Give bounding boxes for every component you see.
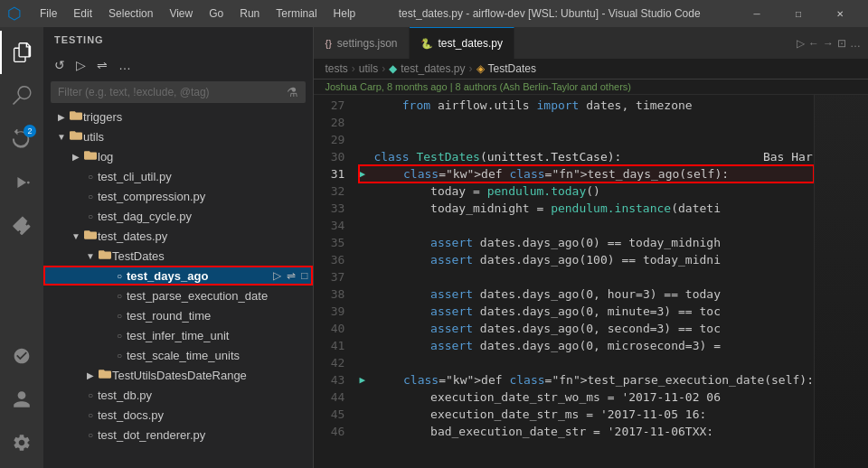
tree-item-test_round_time[interactable]: ○test_round_time xyxy=(43,305,313,325)
code-line-34 xyxy=(359,217,814,234)
tree-arrow-test_dates: ▼ xyxy=(69,231,83,241)
tree-item-utils[interactable]: ▼utils xyxy=(43,126,313,146)
source-control-activity-icon[interactable]: 2 xyxy=(0,117,43,161)
tree-icon-log xyxy=(83,149,98,164)
tab-settings-json[interactable]: {} settings.json xyxy=(314,27,409,59)
run-activity-icon[interactable] xyxy=(0,161,43,204)
tree-item-test_scale_time_units[interactable]: ○test_scale_time_units xyxy=(43,345,313,365)
tab-test-dates-py[interactable]: 🐍 test_dates.py xyxy=(410,27,514,59)
tree-item-test_dag_cycle[interactable]: ○test_dag_cycle.py xyxy=(43,206,313,226)
tree-icon-test_db: ○ xyxy=(83,390,98,400)
accounts-activity-icon[interactable] xyxy=(0,378,43,421)
tree-item-test_dates[interactable]: ▼test_dates.py xyxy=(43,226,313,246)
maximize-button[interactable]: □ xyxy=(778,0,819,27)
settings-activity-icon[interactable] xyxy=(0,421,43,464)
tree-icon-test_days_ago: ○ xyxy=(112,271,127,281)
tree-arrow-log: ▶ xyxy=(69,152,83,162)
activity-bar: 2 xyxy=(0,27,43,468)
menu-bar: ⬡ File Edit Selection View Go Run Termin… xyxy=(0,0,868,27)
menu-go[interactable]: Go xyxy=(202,5,231,22)
tab-actions: ▷ ← → ⊡ … xyxy=(789,37,868,50)
menu-selection[interactable]: Selection xyxy=(101,5,160,22)
code-line-46: bad_execution_date_str = '2017-11-06TXX: xyxy=(359,423,814,440)
code-line-45: execution_date_str_ms = '2017-11-05 16: xyxy=(359,406,814,423)
tree-icon-test_scale_time_units: ○ xyxy=(112,351,127,360)
tree-item-test_dot_renderer[interactable]: ○test_dot_renderer.py xyxy=(43,425,313,445)
menu-help[interactable]: Help xyxy=(326,5,363,22)
remote-activity-icon[interactable] xyxy=(0,334,43,378)
code-text-32: today = pendulum.today() xyxy=(373,183,599,200)
tree-item-test_infer_time_unit[interactable]: ○test_infer_time_unit xyxy=(43,325,313,345)
window-title: test_dates.py - airflow-dev [WSL: Ubuntu… xyxy=(364,7,734,20)
tree-label-test_scale_time_units: test_scale_time_units xyxy=(127,349,313,362)
tree-label-test_parse_execution_date: test_parse_execution_date xyxy=(127,289,313,303)
line-numbers: 2728293031323334353637383940414243444546 xyxy=(314,95,352,468)
test-dates-label: test_dates.py xyxy=(439,37,503,50)
tree-item-test_cli_util[interactable]: ○test_cli_util.py xyxy=(43,166,313,186)
tree-icon-test_docs: ○ xyxy=(83,410,98,420)
tree-action-2[interactable]: □ xyxy=(299,269,309,282)
tree-item-log[interactable]: ▶log xyxy=(43,146,313,166)
run-line-btn-31[interactable]: ▶ xyxy=(359,165,371,183)
breadcrumb-utils[interactable]: utils xyxy=(359,62,378,75)
code-line-40: assert dates.days_ago(0, second=3) == to… xyxy=(359,320,814,337)
search-input[interactable] xyxy=(58,86,287,98)
nav-fwd-icon[interactable]: → xyxy=(823,37,834,50)
tree-item-test_days_ago[interactable]: ○test_days_ago▷⇌□ xyxy=(43,266,313,285)
code-text-39: assert dates.days_ago(0, minute=3) == to… xyxy=(373,303,721,320)
code-line-28 xyxy=(359,114,814,131)
code-text-36: assert dates.days_ago(100) == today_midn… xyxy=(373,251,721,268)
tree-icon-test_dot_renderer: ○ xyxy=(83,430,98,440)
menu-file[interactable]: File xyxy=(33,5,64,22)
code-text-41: assert dates.days_ago(0, microsecond=3) … xyxy=(373,337,721,354)
tree-action-0[interactable]: ▷ xyxy=(271,269,283,282)
tree-item-test_db[interactable]: ○test_db.py xyxy=(43,385,313,405)
tree-action-1[interactable]: ⇌ xyxy=(285,269,297,282)
code-line-44: execution_date_str_wo_ms = '2017-11-02 0… xyxy=(359,388,814,406)
breadcrumb: tests › utils › ◆ test_dates.py › ◈ Test… xyxy=(314,59,868,80)
close-button[interactable]: ✕ xyxy=(819,0,861,27)
sync-toolbar-btn[interactable]: ⇌ xyxy=(93,56,111,74)
code-line-32: today = pendulum.today() xyxy=(359,183,814,200)
code-line-35: assert dates.days_ago(0) == today_midnig… xyxy=(359,234,814,251)
code-text-40: assert dates.days_ago(0, second=3) == to… xyxy=(373,320,721,337)
breadcrumb-tests[interactable]: tests xyxy=(325,62,347,75)
more-toolbar-btn[interactable]: … xyxy=(115,56,135,74)
breadcrumb-file[interactable]: test_dates.py xyxy=(401,62,465,75)
split-editor-icon[interactable]: ⊡ xyxy=(837,37,846,50)
menu-terminal[interactable]: Terminal xyxy=(269,5,324,22)
code-container: 2728293031323334353637383940414243444546… xyxy=(314,95,868,468)
menu-run[interactable]: Run xyxy=(232,5,267,22)
search-activity-icon[interactable] xyxy=(0,74,43,117)
tree-item-TestUtilsDatesDateRange[interactable]: ▶TestUtilsDatesDateRange xyxy=(43,365,313,385)
refresh-toolbar-btn[interactable]: ↺ xyxy=(51,56,69,74)
tree-item-test_compression[interactable]: ○test_compression.py xyxy=(43,186,313,206)
test-dates-icon: 🐍 xyxy=(420,38,433,50)
run-line-btn-43[interactable]: ▶ xyxy=(359,371,371,388)
tree-item-TestDates[interactable]: ▼TestDates xyxy=(43,246,313,266)
tree-item-test_docs[interactable]: ○test_docs.py xyxy=(43,405,313,425)
tree-item-test_parse_execution_date[interactable]: ○test_parse_execution_date xyxy=(43,285,313,305)
menu-view[interactable]: View xyxy=(162,5,200,22)
more-editor-icon[interactable]: … xyxy=(850,37,861,50)
nav-back-icon[interactable]: ← xyxy=(808,37,819,50)
minimap xyxy=(814,95,868,468)
code-line-42 xyxy=(359,354,814,371)
explorer-activity-icon[interactable] xyxy=(0,31,43,74)
tree-icon-TestUtilsDatesDateRange xyxy=(98,368,112,383)
extensions-activity-icon[interactable] xyxy=(0,204,43,248)
minimize-button[interactable]: ─ xyxy=(736,0,778,27)
tree-icon-test_infer_time_unit: ○ xyxy=(112,331,127,341)
tree-item-triggers[interactable]: ▶triggers xyxy=(43,107,313,126)
breadcrumb-class[interactable]: TestDates xyxy=(488,62,536,75)
run-editor-icon[interactable]: ▷ xyxy=(797,37,805,50)
tree-icon-test_round_time: ○ xyxy=(112,311,127,321)
code-line-33: today_midnight = pendulum.instance(datet… xyxy=(359,200,814,217)
code-line-38: assert dates.days_ago(0, hour=3) == toda… xyxy=(359,285,814,303)
code-line-30: class TestDates(unittest.TestCase): Bas … xyxy=(359,148,814,165)
menu-edit[interactable]: Edit xyxy=(66,5,99,22)
code-text-33: today_midnight = pendulum.instance(datet… xyxy=(373,200,721,217)
tree-icon-utils xyxy=(69,129,83,145)
run-toolbar-btn[interactable]: ▷ xyxy=(72,56,90,74)
code-content[interactable]: from airflow.utils import dates, timezon… xyxy=(352,95,814,440)
